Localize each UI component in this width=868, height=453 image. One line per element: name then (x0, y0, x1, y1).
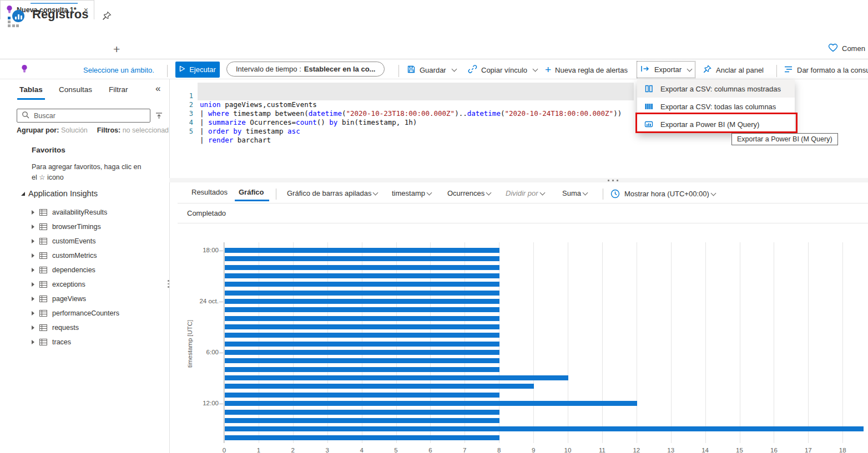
table-item[interactable]: dependencies (0, 263, 168, 277)
format-query-button[interactable]: Dar formato a la consult (784, 64, 868, 76)
chart-bar[interactable] (225, 410, 499, 415)
chevron-right-icon[interactable] (32, 325, 34, 330)
table-name: customEvents (52, 237, 96, 245)
time-range-button[interactable]: Intervalo de tiempo : Establecer en la c… (226, 62, 385, 77)
chevron-right-icon[interactable] (32, 239, 34, 243)
table-item[interactable]: requests (0, 320, 168, 335)
results-splitter[interactable] (169, 178, 868, 182)
code-line[interactable]: 5 | render barchart (0, 118, 21, 127)
sidebar-splitter[interactable] (169, 79, 170, 453)
chart-bar[interactable] (225, 248, 499, 253)
x-tick-label: 17 (801, 447, 815, 453)
table-item[interactable]: traces (0, 335, 168, 349)
chevron-right-icon[interactable] (32, 340, 34, 344)
collapse-sidebar-icon[interactable]: « (155, 83, 160, 94)
code-line[interactable]: 3 | summarize Ocurrences=count() by bin(… (0, 100, 21, 109)
group-filter-row[interactable]: Agrupar por: Solución Filtros: no selecc… (17, 126, 169, 134)
code-line[interactable]: 2 | where timestamp between(datetime("20… (0, 91, 21, 100)
code-line[interactable]: 4 | order by timestamp asc (0, 109, 21, 118)
x-tick-label: 5 (389, 447, 403, 453)
comments-button[interactable]: Comen (828, 43, 865, 54)
chart-bar[interactable] (225, 418, 499, 423)
tab-grafico[interactable]: Gráfico (239, 188, 264, 196)
chevron-right-icon[interactable] (32, 282, 34, 287)
pin-to-dashboard-button[interactable]: Anclar al panel (703, 64, 764, 76)
select-scope-link[interactable]: Seleccione un ámbito. (83, 64, 154, 76)
table-icon (39, 324, 47, 331)
chart-bar[interactable] (225, 342, 499, 347)
favorites-hint: el ☆ icono (32, 173, 64, 181)
split-by-dropdown[interactable]: Dividir por (506, 189, 544, 197)
table-name: availabilityResults (52, 208, 107, 216)
chevron-down-icon (710, 190, 716, 196)
save-button[interactable]: Guardar (407, 64, 456, 76)
chart-bar[interactable] (225, 375, 568, 380)
gridline (842, 242, 843, 443)
y-tick (219, 353, 223, 353)
run-button[interactable]: Ejecutar (175, 62, 220, 78)
clipped-top-link (31, 0, 78, 4)
y-field-dropdown[interactable]: Ocurrences (447, 189, 491, 197)
export-menu-item[interactable]: Exportar a CSV: columnas mostradas (637, 80, 795, 98)
pin-icon[interactable] (102, 11, 112, 23)
export-icon (640, 65, 650, 74)
chart-bar[interactable] (225, 265, 499, 270)
table-item[interactable]: customEvents (0, 234, 168, 248)
chart-bar[interactable] (225, 291, 499, 296)
chart-bar[interactable] (225, 384, 534, 389)
sidebar-tab-tablas[interactable]: Tablas (19, 85, 43, 94)
chevron-right-icon[interactable] (32, 210, 34, 215)
group-application-insights[interactable]: Application Insights (21, 189, 98, 198)
gridline (637, 242, 637, 443)
chart-bar[interactable] (225, 367, 499, 372)
new-alert-rule-button[interactable]: + Nueva regla de alertas (545, 64, 628, 76)
chart-bar[interactable] (225, 401, 637, 406)
chart-bar[interactable] (225, 324, 499, 329)
move-to-top-icon[interactable] (155, 111, 163, 121)
chart-bar[interactable] (225, 333, 499, 338)
table-item[interactable]: browserTimings (0, 220, 168, 234)
sidebar-splitter-handle[interactable] (168, 280, 169, 288)
chart-bar[interactable] (225, 282, 499, 287)
table-icon (39, 281, 47, 288)
chart-bar[interactable] (225, 316, 499, 321)
table-item[interactable]: performanceCounters (0, 306, 168, 320)
export-button[interactable]: Exportar (637, 61, 695, 78)
table-name: performanceCounters (52, 309, 119, 317)
chevron-right-icon[interactable] (32, 268, 34, 272)
tab-resultados[interactable]: Resultados (191, 188, 228, 196)
chart-bar[interactable] (225, 273, 499, 278)
x-field-dropdown[interactable]: timestamp (392, 189, 431, 197)
chart-bar[interactable] (225, 256, 499, 261)
toolbar-separator (398, 65, 399, 77)
table-name: dependencies (52, 266, 95, 274)
table-item[interactable]: availabilityResults (0, 205, 168, 220)
chart-type-dropdown[interactable]: Gráfico de barras apiladas (287, 189, 377, 197)
table-item[interactable]: customMetrics (0, 248, 168, 263)
table-item[interactable]: exceptions (0, 277, 168, 292)
x-tick-label: 15 (733, 447, 747, 453)
csv-columns-shown-icon (644, 84, 653, 93)
chart-bar[interactable] (225, 358, 499, 363)
chevron-right-icon[interactable] (32, 297, 34, 301)
chart-bar[interactable] (225, 350, 499, 355)
aggregation-dropdown[interactable]: Suma (562, 189, 587, 197)
sidebar-tab-filtrar[interactable]: Filtrar (109, 85, 128, 94)
table-item[interactable]: pageViews (0, 292, 168, 306)
chart-bar[interactable] (225, 307, 499, 312)
search-input[interactable]: Buscar (17, 109, 150, 123)
chart-bar[interactable] (225, 393, 499, 398)
sidebar-tab-consultas[interactable]: Consultas (59, 85, 92, 94)
chart-bar[interactable] (225, 435, 499, 440)
copy-link-button[interactable]: Copiar vínculo (468, 64, 537, 76)
chart-bar[interactable] (225, 299, 499, 304)
chart-bar[interactable] (225, 426, 864, 431)
code-line[interactable]: 1 union pageViews,customEvents (0, 83, 21, 91)
chevron-right-icon[interactable] (32, 311, 34, 315)
x-tick-label: 18 (835, 447, 850, 453)
group-by-value: Solución (61, 126, 88, 134)
chevron-right-icon[interactable] (32, 225, 34, 229)
time-display-dropdown[interactable]: Mostrar hora (UTC+00:00) (610, 189, 715, 198)
new-tab-button[interactable]: + (113, 43, 120, 56)
chevron-right-icon[interactable] (32, 253, 34, 258)
